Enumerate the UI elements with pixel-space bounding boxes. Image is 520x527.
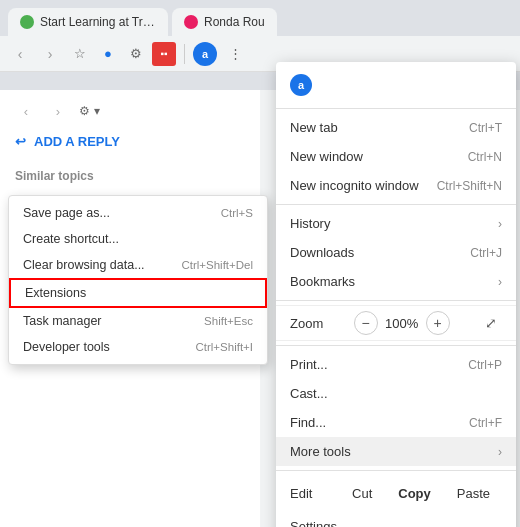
ctx-clear-browsing[interactable]: Clear browsing data... Ctrl+Shift+Del <box>9 252 267 278</box>
menu-more-tools-arrow: › <box>498 445 502 459</box>
ctx-dev-label: Developer tools <box>23 340 110 354</box>
ctx-clear-shortcut: Ctrl+Shift+Del <box>181 259 253 271</box>
forward-button[interactable]: › <box>38 42 62 66</box>
menu-more-tools-label: More tools <box>290 444 498 459</box>
menu-div-2 <box>276 300 516 301</box>
menu-bookmarks-label: Bookmarks <box>290 274 498 289</box>
reply-label: ADD A REPLY <box>34 134 120 149</box>
edit-paste-button[interactable]: Paste <box>445 482 502 505</box>
menu-div-3 <box>276 345 516 346</box>
menu-cast-label: Cast... <box>290 386 502 401</box>
menu-new-tab-shortcut: Ctrl+T <box>469 121 502 135</box>
menu-print[interactable]: Print... Ctrl+P <box>276 350 516 379</box>
menu-history-arrow: › <box>498 217 502 231</box>
bookmark-icon[interactable]: ☆ <box>68 42 92 66</box>
edit-inline-actions: Cut Copy Paste <box>340 482 502 505</box>
menu-find-label: Find... <box>290 415 469 430</box>
ctx-save-page[interactable]: Save page as... Ctrl+S <box>9 200 267 226</box>
menu-header: a <box>276 68 516 104</box>
menu-history-label: History <box>290 216 498 231</box>
tab-ronda-label: Ronda Rou <box>204 15 265 29</box>
menu-bookmarks-arrow: › <box>498 275 502 289</box>
menu-print-shortcut: Ctrl+P <box>468 358 502 372</box>
ctx-dev-shortcut: Ctrl+Shift+I <box>195 341 253 353</box>
similar-topics-heading: Similar topics <box>15 169 245 183</box>
tab-treehouse-label: Start Learning at Tree <box>40 15 156 29</box>
zoom-value: 100% <box>384 316 420 331</box>
add-reply-button[interactable]: ↩ ADD A REPLY <box>15 134 245 149</box>
edit-cut-button[interactable]: Cut <box>340 482 384 505</box>
menu-new-window[interactable]: New window Ctrl+N <box>276 142 516 171</box>
tab-ronda[interactable]: Ronda Rou <box>172 8 277 36</box>
edit-copy-button[interactable]: Copy <box>386 482 443 505</box>
zoom-plus-button[interactable]: + <box>426 311 450 335</box>
back-button[interactable]: ‹ <box>8 42 32 66</box>
page-context-menu: Save page as... Ctrl+S Create shortcut..… <box>8 195 268 365</box>
more-button[interactable]: ⋮ <box>223 42 247 66</box>
menu-print-label: Print... <box>290 357 468 372</box>
menu-find[interactable]: Find... Ctrl+F <box>276 408 516 437</box>
tab-bar: Start Learning at Tree Ronda Rou <box>0 0 520 36</box>
ctx-create-shortcut[interactable]: Create shortcut... <box>9 226 267 252</box>
settings-arrow: ▾ <box>94 104 100 118</box>
ctx-extensions[interactable]: Extensions <box>9 278 267 308</box>
menu-find-shortcut: Ctrl+F <box>469 416 502 430</box>
page-nav-row: ‹ › ⚙ ▾ <box>15 100 245 122</box>
menu-downloads-label: Downloads <box>290 245 470 260</box>
menu-div-0 <box>276 108 516 109</box>
menu-bookmarks[interactable]: Bookmarks › <box>276 267 516 296</box>
menu-avatar: a <box>290 74 312 96</box>
ctx-task-label: Task manager <box>23 314 102 328</box>
menu-settings-label: Settings <box>290 519 502 527</box>
menu-new-window-shortcut: Ctrl+N <box>468 150 502 164</box>
chrome-menu: a New tab Ctrl+T New window Ctrl+N New i… <box>276 62 516 527</box>
ctx-extensions-label: Extensions <box>25 286 86 300</box>
zoom-controls: − 100% + <box>354 311 450 335</box>
menu-downloads[interactable]: Downloads Ctrl+J <box>276 238 516 267</box>
treehouse-favicon <box>20 15 34 29</box>
menu-more-tools[interactable]: More tools › <box>276 437 516 466</box>
menu-div-4 <box>276 470 516 471</box>
ctx-save-shortcut: Ctrl+S <box>221 207 253 219</box>
zoom-minus-button[interactable]: − <box>354 311 378 335</box>
extensions-icon[interactable]: ▪▪ <box>152 42 176 66</box>
gear-icon: ⚙ <box>79 104 90 118</box>
ctx-dev-tools[interactable]: Developer tools Ctrl+Shift+I <box>9 334 267 360</box>
tab-treehouse[interactable]: Start Learning at Tree <box>8 8 168 36</box>
menu-new-tab[interactable]: New tab Ctrl+T <box>276 113 516 142</box>
chrome-icon[interactable]: ● <box>96 42 120 66</box>
left-toolbar-icons: ☆ ● ⚙ ▪▪ <box>68 42 176 66</box>
page-forward-btn[interactable]: › <box>47 100 69 122</box>
ronda-favicon <box>184 15 198 29</box>
ctx-task-shortcut: Shift+Esc <box>204 315 253 327</box>
menu-history[interactable]: History › <box>276 209 516 238</box>
ctx-save-label: Save page as... <box>23 206 110 220</box>
menu-new-tab-label: New tab <box>290 120 469 135</box>
page-back-btn[interactable]: ‹ <box>15 100 37 122</box>
menu-div-1 <box>276 204 516 205</box>
menu-incognito-label: New incognito window <box>290 178 437 193</box>
menu-settings[interactable]: Settings <box>276 512 516 527</box>
menu-cast[interactable]: Cast... <box>276 379 516 408</box>
menu-incognito-shortcut: Ctrl+Shift+N <box>437 179 502 193</box>
page-settings-btn[interactable]: ⚙ ▾ <box>79 104 100 118</box>
menu-new-window-label: New window <box>290 149 468 164</box>
reply-icon: ↩ <box>15 134 26 149</box>
zoom-row: Zoom − 100% + ⤢ <box>276 305 516 341</box>
menu-incognito[interactable]: New incognito window Ctrl+Shift+N <box>276 171 516 200</box>
toolbar-divider <box>184 44 185 64</box>
ctx-clear-label: Clear browsing data... <box>23 258 145 272</box>
menu-edit[interactable]: Edit Cut Copy Paste <box>276 475 516 512</box>
ctx-create-label: Create shortcut... <box>23 232 119 246</box>
menu-edit-label: Edit <box>290 486 340 501</box>
zoom-label: Zoom <box>290 316 323 331</box>
page-inner: ‹ › ⚙ ▾ ↩ ADD A REPLY Similar topics <box>0 90 260 193</box>
settings-icon[interactable]: ⚙ <box>124 42 148 66</box>
menu-downloads-shortcut: Ctrl+J <box>470 246 502 260</box>
zoom-expand-button[interactable]: ⤢ <box>480 312 502 334</box>
profile-avatar[interactable]: a <box>193 42 217 66</box>
ctx-task-manager[interactable]: Task manager Shift+Esc <box>9 308 267 334</box>
